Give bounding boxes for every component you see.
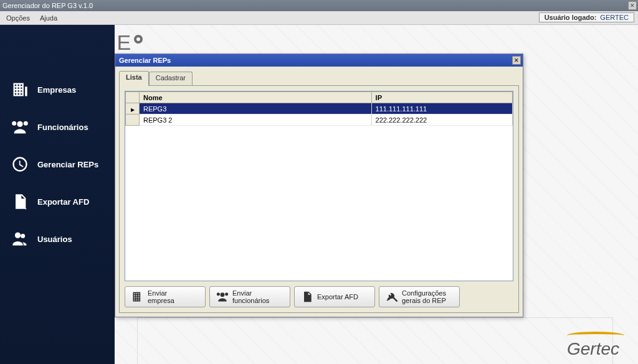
sidebar: Empresas Funcionários Gerenciar REPs Exp… [0, 25, 115, 364]
button-label: Exportar AFD [317, 293, 358, 301]
button-label-line: Configurações [402, 289, 446, 297]
dialog-title-text: Gerenciar REPs [119, 57, 171, 64]
tab-panel-lista: Nome IP REPG3 111.111.111.111 [119, 85, 519, 313]
app-body: MARQUE PONTO Empresas Funcionários Geren… [0, 25, 638, 364]
button-label: Configurações gerais do REP [402, 289, 446, 304]
reps-grid[interactable]: Nome IP REPG3 111.111.111.111 [125, 91, 513, 281]
users-icon [216, 291, 229, 303]
grid-row[interactable]: REPG3 111.111.111.111 [126, 103, 513, 114]
document-export-icon [11, 193, 29, 210]
enviar-funcionarios-button[interactable]: Enviar funcionários [209, 286, 290, 307]
close-icon: ✕ [630, 2, 635, 9]
grid-row-selector[interactable] [126, 114, 140, 126]
enviar-empresa-button[interactable]: Enviar empresa [125, 286, 206, 307]
clock-icon [11, 156, 29, 173]
grid-header-nome[interactable]: Nome [140, 92, 372, 103]
gerenciar-reps-dialog: Gerenciar REPs ✕ Lista Cadastrar Nome [115, 54, 523, 317]
button-label-line: gerais do REP [402, 297, 446, 304]
logged-user-value: GERTEC [600, 14, 629, 21]
menu-ajuda[interactable]: Ajuda [40, 14, 57, 22]
sidebar-item-usuarios[interactable]: Usuários [11, 230, 115, 248]
logo-dot-icon [134, 35, 143, 44]
dialog-button-row: Enviar empresa Enviar funcionários Ex [125, 286, 513, 307]
sidebar-item-label: Gerenciar REPs [37, 160, 98, 169]
sidebar-item-label: Usuários [37, 235, 72, 244]
grid-cell-nome[interactable]: REPG3 2 [140, 114, 372, 126]
sidebar-item-exportar-afd[interactable]: Exportar AFD [11, 193, 115, 210]
window-close-button[interactable]: ✕ [628, 1, 637, 10]
building-icon [131, 291, 144, 303]
sidebar-item-label: Exportar AFD [37, 197, 89, 207]
grid-cell-nome[interactable]: REPG3 [140, 103, 372, 114]
grid-header-ip[interactable]: IP [371, 92, 512, 103]
sidebar-item-label: Empresas [37, 85, 76, 95]
sidebar-item-empresas[interactable]: Empresas [11, 81, 115, 98]
grid-header-corner[interactable] [126, 92, 140, 103]
dialog-close-button[interactable]: ✕ [512, 56, 521, 65]
tools-icon [386, 291, 398, 303]
close-icon: ✕ [514, 57, 519, 63]
document-export-icon [301, 291, 313, 303]
sidebar-item-label: Funcionários [37, 123, 88, 132]
exportar-afd-button[interactable]: Exportar AFD [294, 286, 375, 307]
button-label-line: empresa [148, 297, 174, 304]
grid-cell-ip[interactable]: 222.222.222.222 [371, 114, 512, 126]
dialog-tabs: Lista Cadastrar [119, 70, 519, 85]
building-icon [11, 81, 29, 98]
button-label-line: funcionários [232, 297, 269, 304]
menubar: Opções Ajuda Usuário logado: GERTEC [0, 11, 638, 25]
button-label-line: Enviar [232, 289, 252, 297]
grid-cell-ip[interactable]: 111.111.111.111 [371, 103, 512, 114]
grid-row-selector[interactable] [126, 103, 140, 114]
tab-lista[interactable]: Lista [119, 71, 149, 86]
users-icon [11, 118, 29, 136]
window-title: Gerenciador do REP G3 v.1.0 [2, 2, 93, 9]
button-label: Enviar empresa [148, 289, 174, 304]
button-label: Enviar funcionários [232, 289, 269, 304]
button-label-line: Enviar [148, 289, 167, 297]
logged-user-label: Usuário logado: [545, 14, 597, 21]
brand-name: Gertec [567, 339, 619, 358]
brand-swoosh-icon [567, 332, 624, 339]
logged-user-box: Usuário logado: GERTEC [539, 12, 634, 22]
menu-opcoes[interactable]: Opções [6, 14, 30, 22]
grid-row[interactable]: REPG3 2 222.222.222.222 [126, 114, 513, 126]
sidebar-item-gerenciar-reps[interactable]: Gerenciar REPs [11, 156, 115, 173]
user-icon [11, 230, 29, 248]
configuracoes-rep-button[interactable]: Configurações gerais do REP [379, 286, 460, 307]
background-box [137, 317, 613, 364]
tab-cadastrar[interactable]: Cadastrar [149, 72, 193, 85]
titlebar: Gerenciador do REP G3 v.1.0 ✕ [0, 0, 638, 11]
dialog-titlebar[interactable]: Gerenciar REPs ✕ [115, 54, 523, 67]
sidebar-item-funcionarios[interactable]: Funcionários [11, 118, 115, 136]
brand-logo: Gertec [567, 332, 624, 359]
